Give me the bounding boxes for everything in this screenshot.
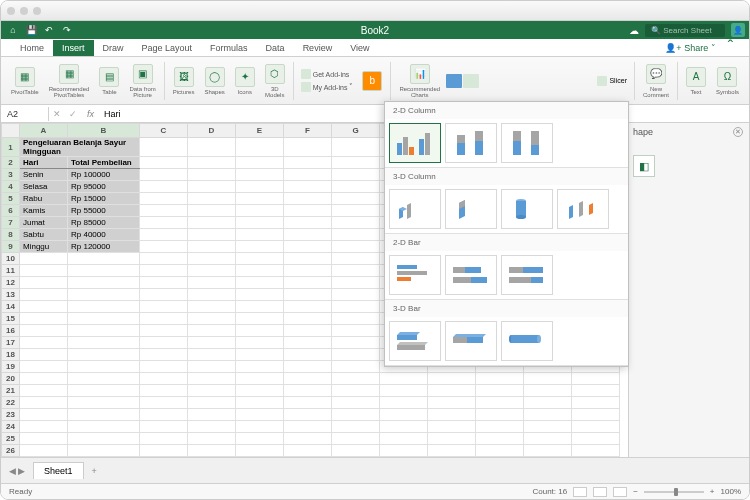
3d-100-stacked-column-option[interactable]	[501, 189, 553, 229]
cell[interactable]	[332, 205, 380, 217]
page-layout-view-icon[interactable]	[593, 487, 607, 497]
pivottable-icon[interactable]: ▦	[15, 67, 35, 87]
row-header[interactable]: 8	[2, 229, 20, 241]
pictures-icon[interactable]: 🖼	[174, 67, 194, 87]
cell[interactable]	[428, 421, 476, 433]
close-icon[interactable]: ✕	[733, 127, 743, 137]
cell[interactable]	[20, 253, 68, 265]
fx-icon[interactable]: fx	[81, 109, 100, 119]
cell[interactable]	[572, 373, 620, 385]
row-header[interactable]: 25	[2, 433, 20, 445]
cell[interactable]	[140, 373, 188, 385]
cell[interactable]: Rp 120000	[68, 241, 140, 253]
cell[interactable]: Rp 15000	[68, 193, 140, 205]
cell[interactable]	[188, 337, 236, 349]
3d-100-stacked-bar-option[interactable]	[501, 321, 553, 361]
cell[interactable]	[140, 421, 188, 433]
text-icon[interactable]: A	[686, 67, 706, 87]
cell[interactable]	[68, 289, 140, 301]
cell[interactable]	[68, 421, 140, 433]
cell[interactable]	[140, 138, 188, 157]
cell[interactable]	[524, 409, 572, 421]
cell[interactable]	[188, 241, 236, 253]
cell[interactable]	[284, 397, 332, 409]
col-header[interactable]: C	[140, 124, 188, 138]
cell[interactable]	[68, 373, 140, 385]
cell[interactable]	[236, 289, 284, 301]
row-header[interactable]: 14	[2, 301, 20, 313]
cell[interactable]	[236, 138, 284, 157]
cell[interactable]	[188, 361, 236, 373]
cell[interactable]	[236, 217, 284, 229]
cell[interactable]	[284, 157, 332, 169]
cell[interactable]	[236, 385, 284, 397]
cell[interactable]	[284, 433, 332, 445]
cell[interactable]: Minggu	[20, 241, 68, 253]
cell[interactable]	[188, 421, 236, 433]
next-sheet-icon[interactable]: ▶	[18, 466, 25, 476]
row-header[interactable]: 2	[2, 157, 20, 169]
row-header[interactable]: 1	[2, 138, 20, 157]
stacked-column-option[interactable]	[445, 123, 497, 163]
cell[interactable]	[188, 313, 236, 325]
row-header[interactable]: 18	[2, 349, 20, 361]
cell[interactable]	[284, 205, 332, 217]
cell[interactable]	[188, 301, 236, 313]
cell[interactable]	[140, 265, 188, 277]
cell[interactable]	[284, 409, 332, 421]
cell[interactable]	[284, 301, 332, 313]
cell[interactable]	[236, 181, 284, 193]
tab-page-layout[interactable]: Page Layout	[133, 40, 202, 56]
cell[interactable]	[188, 265, 236, 277]
row-header[interactable]: 11	[2, 265, 20, 277]
cell[interactable]	[380, 385, 428, 397]
cell[interactable]	[140, 349, 188, 361]
cell[interactable]	[572, 421, 620, 433]
cell[interactable]	[236, 193, 284, 205]
prev-sheet-icon[interactable]: ◀	[9, 466, 16, 476]
cell[interactable]	[140, 337, 188, 349]
cell[interactable]	[476, 421, 524, 433]
cell[interactable]	[188, 373, 236, 385]
col-header[interactable]: E	[236, 124, 284, 138]
cell[interactable]	[332, 313, 380, 325]
cell[interactable]	[140, 169, 188, 181]
cell[interactable]	[68, 361, 140, 373]
cell[interactable]	[68, 385, 140, 397]
cell[interactable]	[332, 181, 380, 193]
cell[interactable]	[140, 205, 188, 217]
cell[interactable]	[284, 138, 332, 157]
cell[interactable]	[188, 169, 236, 181]
cell[interactable]	[284, 181, 332, 193]
confirm-icon[interactable]: ✓	[65, 109, 81, 119]
cell[interactable]	[20, 397, 68, 409]
cell[interactable]	[188, 433, 236, 445]
3d-models-icon[interactable]: ⬡	[265, 64, 285, 84]
cell[interactable]	[284, 337, 332, 349]
cell[interactable]	[524, 433, 572, 445]
name-box[interactable]: A2	[1, 107, 49, 121]
cell[interactable]	[284, 193, 332, 205]
cell[interactable]	[20, 301, 68, 313]
traffic-min[interactable]	[20, 7, 28, 15]
cell[interactable]	[20, 361, 68, 373]
search-input[interactable]: 🔍 Search Sheet	[645, 24, 725, 37]
cloud-icon[interactable]: ☁	[629, 25, 639, 36]
cell[interactable]	[188, 157, 236, 169]
cell[interactable]	[332, 265, 380, 277]
cell[interactable]	[140, 277, 188, 289]
row-header[interactable]: 16	[2, 325, 20, 337]
sheet-tab[interactable]: Sheet1	[33, 462, 84, 479]
cell[interactable]	[68, 253, 140, 265]
cell[interactable]	[236, 253, 284, 265]
cell[interactable]	[140, 289, 188, 301]
cell[interactable]	[476, 373, 524, 385]
cell[interactable]: Sabtu	[20, 229, 68, 241]
cell[interactable]	[140, 361, 188, 373]
col-header[interactable]: A	[20, 124, 68, 138]
cell[interactable]	[284, 253, 332, 265]
cell[interactable]	[332, 337, 380, 349]
cell[interactable]: Rp 95000	[68, 181, 140, 193]
clustered-column-option[interactable]	[389, 123, 441, 163]
cell[interactable]	[236, 445, 284, 457]
